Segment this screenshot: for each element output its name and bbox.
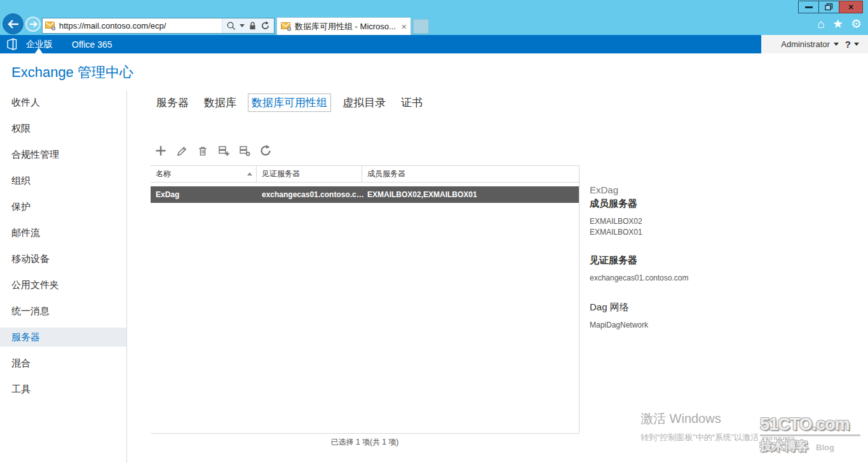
add-button[interactable] (153, 143, 168, 158)
list-toolbar (153, 143, 273, 158)
sidebar-item-publicfolders[interactable]: 公用文件夹 (0, 275, 126, 294)
browser-tab[interactable]: 数据库可用性组 - Microso... × (276, 17, 411, 35)
edit-button[interactable] (174, 143, 189, 158)
tab-close-icon[interactable]: × (402, 22, 407, 32)
51cto-blog-watermark: 51CTO.com 技术博客 Blog (760, 415, 860, 455)
51cto-sub-text: 技术博客 (760, 438, 808, 455)
column-header-name[interactable]: 名称 (151, 166, 257, 182)
pencil-icon (176, 145, 188, 157)
details-witness-server: exchangecas01.contoso.com (590, 273, 850, 284)
sidebar-item-compliance[interactable]: 合规性管理 (0, 145, 126, 164)
grid-header: 名称 见证服务器 成员服务器 (151, 165, 579, 183)
51cto-logo-text: 51CTO.com (760, 415, 860, 434)
home-icon[interactable]: ⌂ (817, 17, 824, 31)
configure-dag-button[interactable] (237, 143, 252, 158)
details-pane: ExDag 成员服务器 EXMAILBOX02 EXMAILBOX01 见证服务… (590, 184, 850, 331)
server-gear-icon (238, 144, 251, 157)
window-controls: × (799, 1, 863, 13)
refresh-button[interactable] (258, 143, 273, 158)
browser-quick-icons: ⌂ ★ ⚙ (817, 17, 862, 31)
navbar-item-office365[interactable]: Office 365 (72, 39, 112, 50)
search-dropdown-caret-icon[interactable] (240, 24, 245, 27)
cell-name: ExDag (151, 190, 257, 199)
sidebar-item-mailflow[interactable]: 邮件流 (0, 223, 126, 242)
ecp-favicon-icon (45, 22, 56, 31)
help-menu[interactable]: ? (845, 39, 851, 50)
details-dag-network: MapiDagNetwork (590, 320, 850, 331)
sidebar-item-tools[interactable]: 工具 (0, 380, 126, 399)
tab-favicon-icon (281, 22, 292, 31)
content-tabs: 服务器 数据库 数据库可用性组 虚拟目录 证书 (153, 94, 426, 111)
address-bar[interactable]: https://mail.contoso.com/ecp/ (42, 18, 275, 34)
details-heading-dag-network: Dag 网络 (590, 301, 850, 314)
new-tab-button[interactable] (413, 19, 429, 34)
details-heading-member-servers: 成员服务器 (590, 198, 850, 210)
details-title: ExDag (590, 184, 850, 195)
tab-databases[interactable]: 数据库 (201, 94, 240, 111)
window-minimize-button[interactable] (798, 1, 819, 13)
details-heading-witness-server: 见证服务器 (590, 254, 850, 266)
details-member-server: EXMAILBOX01 (590, 227, 850, 238)
office365-navbar: 企业版 Office 365 (0, 35, 761, 53)
back-arrow-icon (8, 20, 19, 29)
sidebar-item-mobile[interactable]: 移动设备 (0, 249, 126, 268)
restore-icon (825, 3, 833, 11)
office-logo-icon (6, 38, 17, 50)
cell-witness: exchangecas01.contoso.c… (257, 190, 362, 199)
sidebar-item-hybrid[interactable]: 混合 (0, 354, 126, 373)
sidebar-item-unifiedmessaging[interactable]: 统一消息 (0, 301, 126, 321)
cell-members: EXMAILBOX02,EXMAILBOX01 (362, 190, 579, 199)
user-menu[interactable]: Administrator (781, 39, 830, 49)
sort-ascending-icon (247, 172, 252, 176)
server-add-icon (217, 144, 230, 157)
delete-button[interactable] (195, 143, 210, 158)
plus-icon (154, 144, 167, 157)
trash-icon (197, 145, 208, 157)
tab-virtual-directories[interactable]: 虚拟目录 (339, 94, 389, 111)
sidebar-item-recipients[interactable]: 收件人 (0, 93, 126, 112)
window-maximize-button[interactable] (818, 1, 839, 13)
manage-dag-membership-button[interactable] (216, 143, 231, 158)
sidebar-item-organization[interactable]: 组织 (0, 171, 126, 190)
window-close-button[interactable]: × (839, 1, 863, 13)
minimize-icon (805, 6, 813, 8)
url-text[interactable]: https://mail.contoso.com/ecp/ (59, 21, 222, 31)
favorites-star-icon[interactable]: ★ (832, 17, 843, 31)
selection-status: 已选择 1 项(共 1 项) (151, 437, 579, 448)
active-nav-notch (35, 48, 43, 53)
refresh-icon (259, 144, 272, 157)
sidebar-item-servers[interactable]: 服务器 (0, 328, 126, 347)
tab-certificates[interactable]: 证书 (398, 94, 426, 111)
column-header-witness-server[interactable]: 见证服务器 (257, 166, 362, 182)
sidebar-item-protection[interactable]: 保护 (0, 197, 126, 216)
tab-dag[interactable]: 数据库可用性组 (248, 94, 330, 111)
table-row-exdag[interactable]: ExDag exchangecas01.contoso.c… EXMAILBOX… (151, 186, 579, 203)
sidebar-item-permissions[interactable]: 权限 (0, 119, 126, 138)
sidebar-nav: 收件人 权限 合规性管理 组织 保护 邮件流 移动设备 公用文件夹 统一消息 服… (0, 93, 126, 406)
sidebar-divider (126, 91, 127, 463)
settings-gear-icon[interactable]: ⚙ (851, 17, 862, 31)
tab-title: 数据库可用性组 - Microso... (295, 21, 399, 32)
status-divider (151, 433, 579, 434)
navbar-right: Administrator ? (761, 35, 868, 53)
51cto-underline (760, 434, 860, 436)
tab-servers[interactable]: 服务器 (153, 94, 192, 111)
help-menu-caret-icon[interactable] (854, 43, 859, 46)
browser-forward-button[interactable] (25, 17, 41, 32)
browser-back-button[interactable] (3, 13, 24, 34)
search-icon[interactable] (226, 21, 236, 31)
51cto-blog-tag: Blog (816, 443, 834, 452)
refresh-page-icon[interactable] (261, 21, 270, 31)
details-member-server: EXMAILBOX02 (590, 216, 850, 227)
column-header-member-servers[interactable]: 成员服务器 (362, 166, 579, 182)
forward-arrow-icon (29, 21, 37, 27)
details-pane-divider (579, 165, 580, 433)
address-bar-icons (222, 18, 274, 33)
browser-chrome: https://mail.contoso.com/ecp/ 数据库可用性组 (0, 0, 868, 35)
lock-icon (248, 21, 257, 31)
user-menu-caret-icon[interactable] (834, 43, 839, 46)
page-title: Exchange 管理中心 (11, 63, 133, 82)
